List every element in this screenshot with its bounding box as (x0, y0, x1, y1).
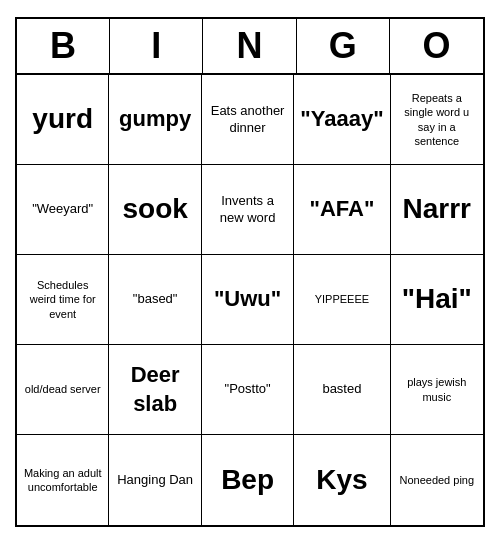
bingo-cell: plays jewish music (391, 345, 483, 435)
header-letter: I (110, 19, 203, 73)
bingo-cell: "based" (109, 255, 201, 345)
bingo-cell: "Postto" (202, 345, 294, 435)
header-letter: B (17, 19, 110, 73)
bingo-cell: Eats another dinner (202, 75, 294, 165)
bingo-cell: Schedules weird time for event (17, 255, 109, 345)
bingo-cell: "AFA" (294, 165, 390, 255)
bingo-cell: "Yaaay" (294, 75, 390, 165)
bingo-cell: Deer slab (109, 345, 201, 435)
bingo-cell: "Uwu" (202, 255, 294, 345)
bingo-cell: Repeats a single word u say in a sentenc… (391, 75, 483, 165)
bingo-cell: yurd (17, 75, 109, 165)
bingo-cell: gumpy (109, 75, 201, 165)
header-letter: O (390, 19, 483, 73)
bingo-cell: sook (109, 165, 201, 255)
bingo-card: BINGO yurdgumpyEats another dinner"Yaaay… (15, 17, 485, 527)
bingo-cell: Making an adult uncomfortable (17, 435, 109, 525)
bingo-cell: Narrr (391, 165, 483, 255)
bingo-cell: "Hai" (391, 255, 483, 345)
bingo-header: BINGO (17, 19, 483, 75)
bingo-cell: Hanging Dan (109, 435, 201, 525)
bingo-cell: Noneeded ping (391, 435, 483, 525)
bingo-cell: Kys (294, 435, 390, 525)
bingo-cell: Bep (202, 435, 294, 525)
bingo-cell: "Weeyard" (17, 165, 109, 255)
bingo-cell: Invents a new word (202, 165, 294, 255)
bingo-cell: YIPPEEEE (294, 255, 390, 345)
header-letter: N (203, 19, 296, 73)
bingo-cell: old/dead server (17, 345, 109, 435)
bingo-cell: basted (294, 345, 390, 435)
bingo-grid: yurdgumpyEats another dinner"Yaaay"Repea… (17, 75, 483, 525)
header-letter: G (297, 19, 390, 73)
